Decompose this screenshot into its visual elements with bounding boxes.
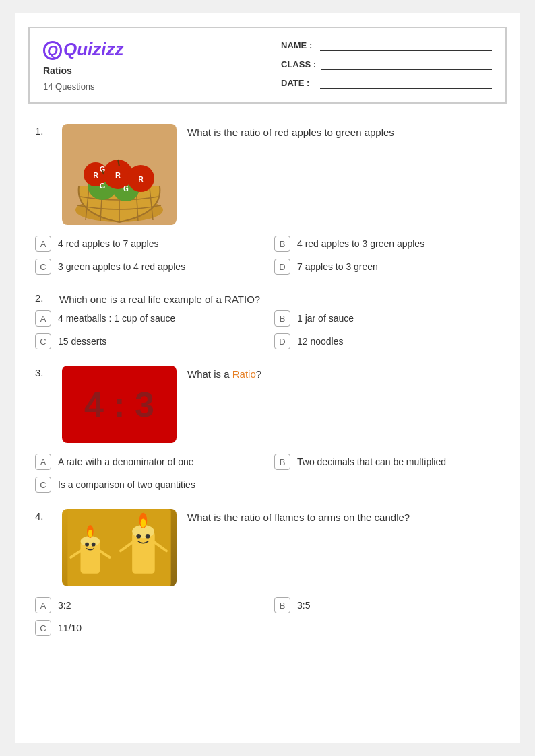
header-left: QQuizizz Ratios 14 Questions	[43, 39, 254, 92]
date-line	[320, 77, 492, 89]
option-text-4a: 3:2	[58, 600, 71, 611]
date-row: DATE :	[281, 77, 492, 89]
question-4-answer-c-row: C 11/10	[35, 620, 500, 636]
quiz-questions: 14 Questions	[43, 81, 254, 92]
svg-point-34	[136, 534, 141, 539]
name-row: NAME :	[281, 39, 492, 51]
answer-4-b: B 3:5	[274, 597, 500, 613]
svg-text:R: R	[138, 176, 144, 183]
question-2: 2. Which one is a real life example of a…	[35, 291, 500, 349]
answer-4-c: C 11/10	[35, 620, 500, 636]
question-1-header: 1.	[35, 124, 500, 225]
logo-q: Q	[43, 41, 62, 60]
question-2-answers: A 4 meatballs : 1 cup of sauce B 1 jar o…	[35, 310, 500, 349]
option-letter-2c: C	[35, 333, 51, 349]
answer-2-a: A 4 meatballs : 1 cup of sauce	[35, 310, 261, 327]
logo: QQuizizz	[43, 39, 254, 60]
question-3-text: What is a Ratio?	[187, 366, 500, 380]
option-text-1b: 4 red apples to 3 green apples	[297, 238, 424, 249]
option-letter-4a: A	[35, 597, 51, 613]
option-text-1a: 4 red apples to 7 apples	[58, 238, 158, 249]
answer-2-c: C 15 desserts	[35, 333, 261, 349]
option-letter-1a: A	[35, 236, 51, 252]
svg-point-31	[141, 518, 146, 527]
option-text-1d: 7 apples to 3 green	[297, 261, 378, 272]
question-3-answer-c-row: C Is a comparison of two quantities	[35, 477, 500, 493]
svg-text:R: R	[93, 172, 98, 179]
option-letter-3b: B	[274, 454, 290, 470]
page: QQuizizz Ratios 14 Questions NAME : CLAS…	[15, 13, 520, 743]
option-letter-3c: C	[35, 477, 51, 493]
option-letter-2d: D	[274, 333, 290, 349]
svg-point-26	[85, 543, 89, 547]
answer-1-b: B 4 red apples to 3 green apples	[274, 236, 500, 252]
ratio-highlight: Ratio	[232, 368, 256, 380]
answer-1-d: D 7 apples to 3 green	[274, 259, 500, 275]
option-text-2c: 15 desserts	[58, 336, 106, 347]
question-4-text: What is the ratio of flames to arms on t…	[187, 509, 500, 523]
answer-3-a: A A rate with a denominator of one	[35, 454, 261, 470]
question-3-image: 4 : 3	[62, 366, 177, 443]
option-letter-1c: C	[35, 259, 51, 275]
option-text-3c: Is a comparison of two quantities	[58, 479, 195, 490]
answer-3-c: C Is a comparison of two quantities	[35, 477, 500, 493]
option-letter-3a: A	[35, 454, 51, 470]
answer-2-d: D 12 noodles	[274, 333, 500, 349]
name-label: NAME :	[281, 40, 315, 50]
question-1-text: What is the ratio of red apples to green…	[187, 124, 500, 138]
option-text-3b: Two decimals that can be multiplied	[297, 456, 446, 467]
ratio-display: 4 : 3	[84, 384, 154, 425]
question-4: 4.	[35, 509, 500, 636]
question-1-image: G G G R R R	[62, 124, 177, 225]
header: QQuizizz Ratios 14 Questions NAME : CLAS…	[28, 27, 507, 104]
option-text-2d: 12 noodles	[297, 336, 344, 347]
question-2-header: 2. Which one is a real life example of a…	[35, 291, 500, 305]
class-line	[321, 58, 492, 70]
answer-2-b: B 1 jar of sauce	[274, 310, 500, 327]
question-3-header: 3. 4 : 3 What is a Ratio?	[35, 366, 500, 443]
svg-point-35	[146, 534, 150, 539]
question-4-number: 4.	[35, 509, 51, 522]
option-text-4b: 3:5	[297, 600, 310, 611]
header-right: NAME : CLASS : DATE :	[281, 39, 492, 92]
option-letter-2a: A	[35, 310, 51, 327]
option-letter-2b: B	[274, 310, 290, 327]
class-row: CLASS :	[281, 58, 492, 70]
date-label: DATE :	[281, 78, 315, 88]
option-letter-4c: C	[35, 620, 51, 636]
quiz-title: Ratios	[43, 65, 254, 76]
name-line	[320, 39, 492, 51]
svg-point-23	[88, 530, 92, 538]
question-1-answers: A 4 red apples to 7 apples B 4 red apple…	[35, 236, 500, 275]
answer-4-a: A 3:2	[35, 597, 261, 613]
question-3-number: 3.	[35, 366, 51, 378]
question-2-text: Which one is a real life example of a RA…	[59, 291, 500, 305]
question-2-number: 2.	[35, 291, 51, 304]
question-4-answers-grid: A 3:2 B 3:5	[35, 597, 500, 613]
option-text-2a: 4 meatballs : 1 cup of sauce	[58, 313, 175, 324]
option-letter-1b: B	[274, 236, 290, 252]
answer-1-a: A 4 red apples to 7 apples	[35, 236, 261, 252]
svg-point-27	[92, 543, 96, 547]
apple-basket-svg: G G G R R R	[65, 126, 173, 224]
svg-text:R: R	[115, 171, 121, 179]
content: 1.	[15, 117, 520, 673]
question-1: 1.	[35, 124, 500, 275]
svg-text:G: G	[123, 185, 129, 193]
question-4-image	[62, 509, 177, 586]
question-3: 3. 4 : 3 What is a Ratio? A A rate with …	[35, 366, 500, 493]
question-4-header: 4.	[35, 509, 500, 586]
option-letter-4b: B	[274, 597, 290, 613]
option-letter-1d: D	[274, 259, 290, 275]
option-text-3a: A rate with a denominator of one	[58, 456, 194, 467]
option-text-1c: 3 green apples to 4 red apples	[58, 261, 185, 272]
answer-3-b: B Two decimals that can be multiplied	[274, 454, 500, 470]
option-text-2b: 1 jar of sauce	[297, 313, 354, 324]
question-3-answers-grid: A A rate with a denominator of one B Two…	[35, 454, 500, 470]
question-1-number: 1.	[35, 124, 51, 137]
option-text-4c: 11/10	[58, 623, 82, 633]
candle-svg	[65, 509, 173, 586]
svg-text:G: G	[100, 182, 106, 190]
answer-1-c: C 3 green apples to 4 red apples	[35, 259, 261, 275]
logo-text: Quizizz	[63, 39, 124, 59]
